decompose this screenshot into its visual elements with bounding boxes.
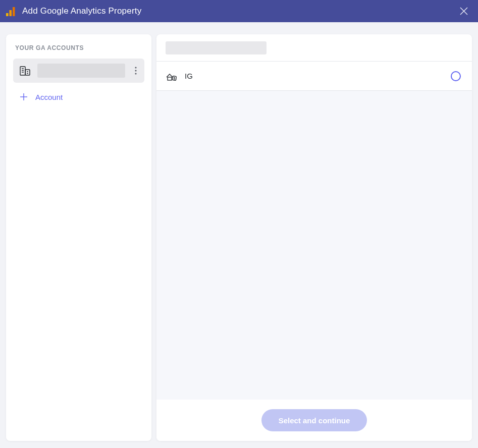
properties-empty-area [156,91,472,400]
plus-icon [19,92,28,101]
close-icon [459,7,468,16]
svg-rect-9 [25,70,30,75]
selected-account-title-redacted [166,41,267,54]
property-icon [165,70,178,83]
svg-rect-1 [10,10,12,16]
properties-panel-footer: Select and continue [156,400,472,441]
google-analytics-logo-icon [6,6,16,16]
select-and-continue-button[interactable]: Select and continue [261,409,367,431]
svg-point-12 [135,67,136,68]
svg-point-13 [135,70,136,71]
svg-point-14 [135,73,136,74]
modal-body: YOUR GA ACCOUNTS [0,22,478,448]
kebab-icon [135,67,137,75]
account-more-button[interactable] [130,64,141,78]
sidebar-section-title: YOUR GA ACCOUNTS [15,44,144,51]
modal-title: Add Google Analytics Property [22,6,457,16]
svg-rect-0 [6,13,9,16]
modal-header: Add Google Analytics Property [0,0,478,22]
properties-panel: IG Select and continue [156,34,472,441]
property-row[interactable]: IG [156,62,472,91]
add-ga-property-modal: Add Google Analytics Property YOUR GA AC… [0,0,478,448]
account-name-redacted [37,64,125,78]
close-button[interactable] [457,4,471,18]
svg-rect-2 [13,7,15,16]
properties-panel-header [156,34,472,62]
property-name: IG [185,72,444,80]
svg-rect-17 [168,77,172,80]
add-account-label: Account [35,93,63,101]
svg-rect-18 [172,76,176,80]
add-account-button[interactable]: Account [13,86,144,108]
accounts-sidebar: YOUR GA ACCOUNTS [6,34,151,441]
svg-rect-5 [20,67,25,75]
property-radio[interactable] [451,71,461,81]
account-row-selected[interactable] [13,59,144,83]
organization-icon [18,64,32,78]
